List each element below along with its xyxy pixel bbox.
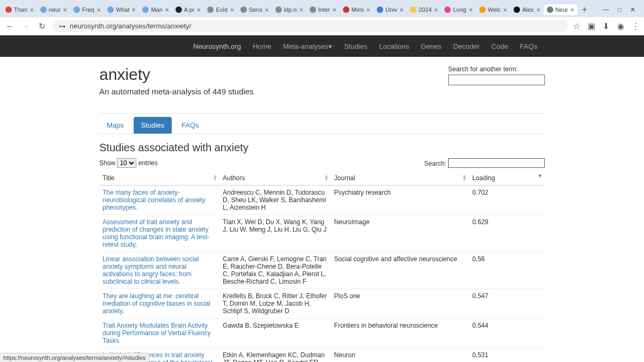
close-tab-icon[interactable]: ✕ <box>332 7 336 13</box>
menu-icon[interactable]: ⋮ <box>632 21 640 31</box>
tab-maps[interactable]: Maps <box>99 117 131 134</box>
close-tab-icon[interactable]: ✕ <box>165 7 169 13</box>
minimize-button[interactable]: — <box>603 6 609 13</box>
nav-link[interactable]: Code <box>492 42 508 50</box>
close-tab-icon[interactable]: ✕ <box>97 7 101 13</box>
site-info-icon[interactable]: ⊶ <box>59 23 65 30</box>
new-tab-button[interactable]: + <box>577 5 591 14</box>
tab-label: 2024 <box>419 6 431 13</box>
study-title-link[interactable]: Assessment of trait anxiety and predicti… <box>103 218 209 248</box>
close-tab-icon[interactable]: ✕ <box>299 7 303 13</box>
browser-tab[interactable]: Freq✕ <box>70 4 104 15</box>
column-header[interactable]: Authors▲▼ <box>219 171 331 186</box>
browser-tab[interactable]: Alex✕ <box>510 4 543 15</box>
forward-button[interactable]: → <box>20 21 31 31</box>
tab-label: What <box>116 6 130 13</box>
browser-tab[interactable]: idp.n✕ <box>272 4 306 15</box>
study-title-link[interactable]: Trait Anxiety Modulates Brain Activity d… <box>103 322 210 344</box>
section-title: Studies associated with anxiety <box>99 142 545 154</box>
browser-tab[interactable]: Than✕ <box>2 4 37 15</box>
close-tab-icon[interactable]: ✕ <box>570 7 574 13</box>
nav-link[interactable]: Genes <box>421 42 441 50</box>
extension-icon[interactable]: ▣ <box>588 21 595 31</box>
nav-link[interactable]: Decoder <box>453 42 479 50</box>
close-tab-icon[interactable]: ✕ <box>536 7 540 13</box>
favicon-icon <box>275 6 282 13</box>
browser-tab[interactable]: neur✕ <box>37 4 70 15</box>
browser-tab[interactable]: Evid✕ <box>204 4 237 15</box>
close-tab-icon[interactable]: ✕ <box>469 7 473 13</box>
table-search-input[interactable] <box>448 158 545 168</box>
tab-studies[interactable]: Studies <box>134 117 172 134</box>
favicon-icon <box>142 6 149 13</box>
favicon-icon <box>444 6 451 13</box>
window-controls: — □ ✕ <box>596 6 642 13</box>
nav-link[interactable]: Home <box>253 42 272 50</box>
brand-link[interactable]: Neurosynth.org <box>193 42 241 50</box>
browser-tabs-row: Than✕neur✕Freq✕What✕Man✕A pr✕Evid✕Sens✕i… <box>0 0 644 17</box>
download-icon[interactable]: ⬇ <box>603 21 610 31</box>
favicon-icon <box>377 6 383 13</box>
loading-cell: 0.56 <box>469 252 545 289</box>
loading-cell: 0.629 <box>469 215 545 252</box>
nav-link[interactable]: Studies <box>344 42 367 50</box>
search-term-input[interactable] <box>448 75 545 85</box>
close-window-button[interactable]: ✕ <box>630 6 635 13</box>
url-text: neurosynth.org/analyses/terms/anxiety/ <box>70 22 191 30</box>
close-tab-icon[interactable]: ✕ <box>230 7 234 13</box>
journal-cell: Frontiers in behavioral neuroscience <box>331 319 469 348</box>
close-tab-icon[interactable]: ✕ <box>366 7 370 13</box>
close-tab-icon[interactable]: ✕ <box>30 7 34 13</box>
close-tab-icon[interactable]: ✕ <box>503 7 507 13</box>
maximize-button[interactable]: □ <box>618 6 621 13</box>
tab-label: Univ <box>385 6 397 13</box>
studies-table: Title▲▼Authors▲▼Journal▲▼Loading▼ The ma… <box>99 171 545 362</box>
favicon-icon <box>40 6 47 13</box>
column-header[interactable]: Loading▼ <box>469 171 545 186</box>
nav-link[interactable]: Locations <box>379 42 409 50</box>
reload-button[interactable]: ↻ <box>36 21 47 31</box>
close-tab-icon[interactable]: ✕ <box>434 7 438 13</box>
sort-icon: ▲▼ <box>462 174 467 181</box>
journal-cell: NeuroImage <box>331 215 469 252</box>
tab-label: Neur <box>555 6 568 13</box>
close-tab-icon[interactable]: ✕ <box>196 7 201 13</box>
nav-link[interactable]: Meta-analyses▾ <box>283 42 333 50</box>
browser-tab[interactable]: What✕ <box>104 4 140 15</box>
browser-tab[interactable]: Neur✕ <box>544 4 578 15</box>
browser-tab[interactable]: Inter✕ <box>306 4 340 15</box>
close-tab-icon[interactable]: ✕ <box>131 7 136 13</box>
browser-tab[interactable]: Man✕ <box>139 4 172 15</box>
favicon-icon <box>175 6 182 13</box>
tab-label: Alex <box>522 6 533 13</box>
browser-tab[interactable]: Univ✕ <box>374 4 407 15</box>
browser-tab[interactable]: Sens✕ <box>237 4 272 15</box>
browser-tab[interactable]: 2024✕ <box>407 4 441 15</box>
browser-tab[interactable]: A pr✕ <box>172 4 204 15</box>
tab-label: Inter <box>318 6 330 13</box>
browser-tab[interactable]: Mimi✕ <box>340 4 374 15</box>
url-bar[interactable]: ⊶ neurosynth.org/analyses/terms/anxiety/ <box>53 20 568 32</box>
close-tab-icon[interactable]: ✕ <box>399 7 404 13</box>
sort-icon: ▲▼ <box>213 174 217 181</box>
nav-link[interactable]: FAQs <box>520 42 538 50</box>
study-title-link[interactable]: Linear association between social anxiet… <box>103 255 199 285</box>
favicon-icon <box>207 6 214 13</box>
close-tab-icon[interactable]: ✕ <box>265 7 269 13</box>
study-title-link[interactable]: They are laughing at me: cerebral mediat… <box>103 292 210 315</box>
entries-select[interactable]: 10 <box>117 158 136 168</box>
tab-faqs[interactable]: FAQs <box>174 117 207 134</box>
close-tab-icon[interactable]: ✕ <box>63 7 67 13</box>
loading-cell: 0.702 <box>469 186 545 215</box>
column-header[interactable]: Title▲▼ <box>99 171 219 186</box>
journal-cell: Psychiatry research <box>331 186 469 215</box>
browser-tab[interactable]: Welc✕ <box>476 4 510 15</box>
browser-tab[interactable]: Long✕ <box>441 4 475 15</box>
back-button[interactable]: ← <box>4 21 15 31</box>
study-title-link[interactable]: The many faces of anxiety-neurobiologica… <box>103 189 205 211</box>
bookmark-star-icon[interactable]: ☆ <box>573 21 580 31</box>
journal-cell: Neuron <box>331 348 469 363</box>
sort-icon: ▼ <box>538 174 543 178</box>
column-header[interactable]: Journal▲▼ <box>331 171 469 186</box>
profile-icon[interactable]: ◉ <box>617 21 624 31</box>
